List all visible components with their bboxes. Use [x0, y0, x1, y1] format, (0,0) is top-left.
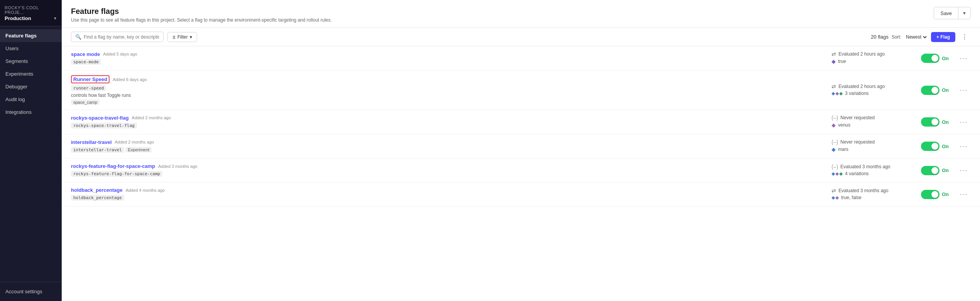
flag-eval: (–) Evaluated 3 months ago ◆◆◆ 4 variati… [832, 164, 916, 178]
flag-key: rockys-space-travel-flag [71, 123, 137, 129]
diamond-icon: ◆ [832, 122, 836, 128]
toggle-switch[interactable] [921, 54, 940, 63]
row-more-button[interactable]: ··· [956, 141, 971, 152]
flag-info: Runner Speed Added 6 days ago runner-spe… [71, 75, 827, 105]
sidebar-item-feature-flags[interactable]: Feature flags [0, 29, 62, 42]
flag-name-link[interactable]: Runner Speed [71, 75, 110, 83]
multi-diamond-icon: ◆◆◆ [832, 91, 843, 96]
row-more-button[interactable]: ··· [956, 117, 971, 128]
project-name: ROCKY'S COOL PROJE... [5, 5, 57, 15]
flag-info: rockys-space-travel-flag Added 2 months … [71, 115, 827, 129]
sidebar-item-label: Segments [5, 58, 28, 64]
save-dropdown-button[interactable]: ▼ [958, 8, 970, 18]
sidebar-item-integrations[interactable]: Integrations [0, 106, 62, 118]
sort-select[interactable]: Newest [904, 34, 928, 40]
flag-count: 20 flags [871, 34, 889, 40]
flag-name-link[interactable]: rockys-space-travel-flag [71, 115, 129, 121]
save-button[interactable]: Save [934, 8, 958, 19]
toggle-container: On [921, 86, 952, 95]
flag-name-link[interactable]: holdback_percentage [71, 187, 123, 193]
toggle-container: On [921, 190, 952, 199]
flag-tag: space_camp [71, 100, 100, 105]
diamond-icon: ◆ [832, 58, 836, 64]
flag-name-link[interactable]: interstellar-travel [71, 139, 112, 145]
flag-name-row: holdback_percentage Added 4 months ago [71, 187, 827, 193]
chevron-down-icon: ▾ [190, 34, 192, 40]
flag-name-row: rockys-feature-flag-for-space-camp Added… [71, 163, 827, 169]
toggle-switch[interactable] [921, 117, 940, 127]
search-input[interactable] [84, 34, 159, 40]
multi-diamond-icon: ◆◆◆ [832, 171, 843, 176]
eval-value-row: ◆◆◆ 3 variations [832, 91, 916, 96]
eval-time: Never requested [840, 139, 875, 145]
eval-row: ⇄ Evaluated 2 hours ago [832, 51, 916, 57]
flag-name-row: Runner Speed Added 6 days ago [71, 75, 827, 83]
sidebar-item-segments[interactable]: Segments [0, 55, 62, 68]
dash-icon: (–) [832, 164, 838, 170]
flag-eval: (–) Never requested ◆ venus [832, 115, 916, 129]
filter-button[interactable]: ⧖ Filter ▾ [167, 32, 197, 42]
table-row: rockys-space-travel-flag Added 2 months … [62, 110, 980, 134]
toggle-switch[interactable] [921, 190, 940, 199]
page-subtitle: Use this page to see all feature flags i… [71, 17, 332, 23]
table-row: space mode Added 5 days ago space-mode ⇄… [62, 46, 980, 71]
flag-key: interstellar-travel [71, 147, 124, 153]
sidebar-item-label: Audit log [5, 96, 25, 102]
eval-value: 3 variations [845, 91, 869, 96]
toggle-label: On [942, 167, 949, 173]
search-icon: 🔍 [75, 34, 81, 40]
environment-selector[interactable]: Production ▼ [5, 15, 57, 21]
toggle-switch[interactable] [921, 166, 940, 175]
toolbar: 🔍 ⧖ Filter ▾ 20 flags Sort: Newest + Fla… [62, 28, 980, 46]
toggle-switch[interactable] [921, 142, 940, 151]
sidebar-item-account-settings[interactable]: Account settings [0, 285, 62, 298]
flag-eval: (–) Never requested ◆ mars [832, 139, 916, 154]
flag-name-link[interactable]: rockys-feature-flag-for-space-camp [71, 163, 155, 169]
toggle-knob [931, 167, 938, 174]
sidebar-item-audit-log[interactable]: Audit log [0, 93, 62, 106]
sidebar-item-label: Debugger [5, 84, 27, 90]
eval-value-row: ◆◆ true, false [832, 195, 916, 200]
eval-row: ⇄ Evaluated 3 months ago [832, 188, 916, 194]
sidebar-nav: Feature flags Users Segments Experiments… [0, 26, 62, 282]
add-flag-button[interactable]: + Flag [931, 32, 955, 42]
eval-row: (–) Never requested [832, 115, 916, 121]
dash-icon: (–) [832, 139, 838, 145]
flag-name-row: space mode Added 5 days ago [71, 51, 827, 57]
toggle-label: On [942, 87, 949, 93]
row-more-button[interactable]: ··· [956, 53, 971, 64]
eval-row: (–) Never requested [832, 139, 916, 145]
eval-value: 4 variations [845, 171, 869, 176]
row-more-button[interactable]: ··· [956, 189, 971, 200]
row-more-button[interactable]: ··· [956, 165, 971, 176]
flag-list: space mode Added 5 days ago space-mode ⇄… [62, 46, 980, 206]
sidebar-item-label: Experiments [5, 71, 33, 77]
toggle-knob [931, 87, 938, 94]
flag-name-row: rockys-space-travel-flag Added 2 months … [71, 115, 827, 121]
sidebar-item-label: Feature flags [5, 33, 37, 39]
flag-key: holdback_percentage [71, 195, 124, 201]
flag-name-link[interactable]: space mode [71, 51, 100, 57]
flag-added: Added 2 months ago [132, 115, 171, 120]
eval-value: true [838, 59, 846, 64]
flag-added: Added 2 months ago [115, 140, 154, 144]
sidebar-item-debugger[interactable]: Debugger [0, 80, 62, 93]
eval-time: Never requested [840, 115, 875, 120]
eval-value-row: ◆◆◆ 4 variations [832, 171, 916, 176]
flag-info: holdback_percentage Added 4 months ago h… [71, 187, 827, 201]
flag-key: runner-speed [71, 85, 106, 91]
sidebar-item-users[interactable]: Users [0, 42, 62, 55]
page-header: Feature flags Use this page to see all f… [62, 0, 980, 28]
sidebar-item-experiments[interactable]: Experiments [0, 68, 62, 80]
arrows-icon: ⇄ [832, 83, 836, 90]
more-options-button[interactable]: ⋮ [958, 32, 971, 42]
search-box[interactable]: 🔍 [71, 32, 164, 42]
sidebar-item-label: Account settings [5, 289, 42, 294]
row-more-button[interactable]: ··· [956, 85, 971, 96]
eval-value-row: ◆ mars [832, 146, 916, 152]
toggle-switch[interactable] [921, 86, 940, 95]
eval-time: Evaluated 3 months ago [840, 164, 890, 169]
toolbar-right: 20 flags Sort: Newest + Flag ⋮ [871, 32, 971, 42]
flag-added: Added 5 days ago [103, 52, 137, 56]
eval-row: ⇄ Evaluated 2 hours ago [832, 83, 916, 90]
